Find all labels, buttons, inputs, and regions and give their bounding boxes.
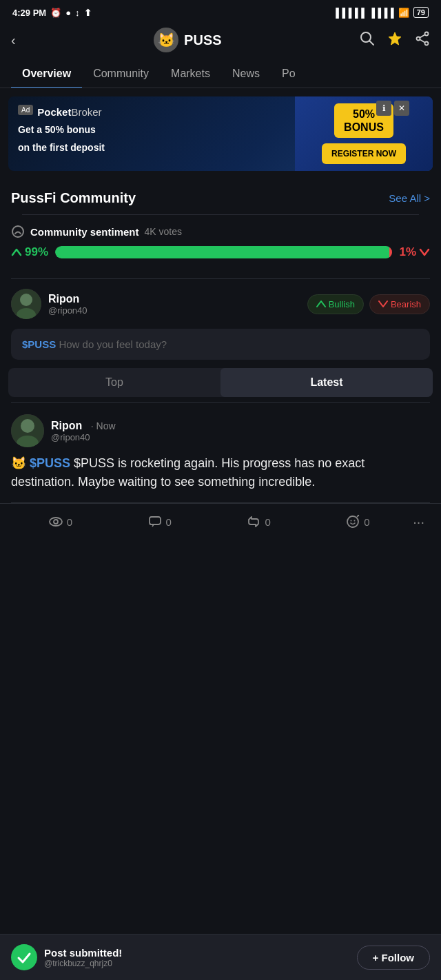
svg-point-16 [54,520,58,524]
ad-close-button[interactable]: ✕ [394,101,409,116]
svg-point-13 [21,419,34,433]
post-username: Ripon [51,420,82,431]
tab-po[interactable]: Po [271,61,307,88]
user-handle: @ripon40 [48,305,88,316]
post-meta: Ripon · Now @ripon40 [51,420,116,442]
post-ticker: $PUSS [22,338,56,350]
search-button[interactable] [360,31,375,50]
sentiment-bar-row: 99% 1% [11,245,430,259]
sentiment-icon [11,225,25,238]
svg-point-20 [354,520,356,522]
post-input[interactable]: $PUSS How do you feel today? [11,329,430,360]
post-emoji: 🐱 [11,456,30,470]
follow-button[interactable]: + Follow [357,946,430,970]
see-all-link[interactable]: See All > [389,192,430,204]
notif-handle: @trickbuzz_qhrjz0 [44,959,122,968]
eye-icon [49,515,63,529]
notif-avatar [11,944,37,970]
views-button[interactable]: 0 [11,511,110,533]
post-ticker-inline: $PUSS [30,456,74,470]
cellular1-icon: ▐▐▐▐▐ [333,8,365,18]
bull-percent: 99% [11,245,48,259]
tab-community[interactable]: Community [82,61,160,88]
username: Ripon [48,293,88,305]
retweet-button[interactable]: 0 [209,511,309,533]
ad-content: Ad PocketBroker Get a 50% bonus on the f… [8,96,295,171]
header-actions [360,31,430,50]
post-avatar [11,414,44,447]
comment-icon [148,515,162,529]
top-toggle[interactable]: Top [8,368,220,397]
ad-text-2: on the first deposit [18,141,285,155]
bearish-button[interactable]: Bearish [369,294,430,314]
ad-badge: Ad [18,105,33,115]
svg-point-3 [424,32,428,35]
svg-line-6 [420,34,425,38]
svg-point-4 [424,41,428,45]
latest-toggle[interactable]: Latest [220,368,433,397]
sentiment-buttons: Bullish Bearish [307,294,430,314]
tab-bar: Overview Community Markets News Po [0,61,441,88]
votes-count: 4K votes [145,226,182,237]
share-button[interactable] [415,31,430,50]
favorite-button[interactable] [387,31,402,50]
post-body: 🐱 $PUSS $PUSS is rocketing again. His pr… [11,454,430,491]
ad-register-btn[interactable]: REGISTER NOW [322,143,406,164]
tab-toggle: Top Latest [8,368,433,397]
battery-indicator: 79 [413,7,429,18]
header: ‹ 🐱 PUSS [0,22,441,61]
svg-line-1 [369,41,373,45]
avatar [11,289,41,319]
tab-news[interactable]: News [221,61,271,88]
header-center: 🐱 PUSS [154,28,221,52]
community-section: PussFi Community See All > Community sen… [0,179,441,278]
sentiment-row: Community sentiment 4K votes [11,225,430,238]
tab-overview[interactable]: Overview [11,61,82,88]
bar-green [55,246,389,258]
ad-text-1: Get a 50% bonus [18,123,285,137]
bullish-icon [316,299,326,309]
upload-icon: ⬆ [84,8,92,18]
alarm-icon: ⏰ [50,8,61,18]
ad-info-button[interactable]: ℹ [376,101,391,116]
retweets-count: 0 [265,516,270,528]
tab-markets[interactable]: Markets [160,61,221,88]
svg-marker-2 [389,32,401,45]
reactions-button[interactable]: 0 [308,511,407,533]
status-right: ▐▐▐▐▐ ▐▐▐▐ 📶 79 [333,7,429,18]
views-count: 0 [67,516,72,528]
reaction-icon [346,515,360,529]
post-time: · Now [91,420,116,431]
post-avatar-img [11,414,44,447]
sync-icon: ↕ [75,8,80,18]
section-header: PussFi Community See All > [11,190,430,206]
svg-point-19 [351,520,352,522]
sentiment-label: Community sentiment [30,226,139,238]
svg-point-10 [20,294,32,306]
ad-banner: Ad PocketBroker Get a 50% bonus on the f… [8,96,433,171]
comments-button[interactable]: 0 [110,511,209,533]
cellular2-icon: ▐▐▐▐ [369,8,394,18]
post-handle: @ripon40 [51,432,116,442]
svg-rect-17 [150,517,161,524]
signal-icon: ● [65,8,71,18]
more-button[interactable]: ··· [407,514,430,530]
time: 4:29 PM [12,8,46,18]
ad-brand: PocketBroker [37,106,101,118]
bar-red [389,246,393,258]
search-icon [360,31,375,46]
token-name: PUSS [184,32,221,48]
svg-point-15 [50,518,62,526]
post-actions: 0 0 0 0 ··· [0,503,441,541]
notif-text-block: Post submitted! @trickbuzz_qhrjz0 [44,947,122,968]
back-button[interactable]: ‹ [11,32,16,48]
reactions-count: 0 [364,516,369,528]
wifi-icon: 📶 [398,8,409,18]
bullish-button[interactable]: Bullish [307,294,364,314]
ad-right: 50% BONUS REGISTER NOW [295,96,433,171]
star-icon [387,31,402,46]
svg-point-18 [347,516,358,527]
bull-arrow-icon [11,247,22,258]
notif-title: Post submitted! [44,947,122,959]
bear-percent: 1% [399,245,430,259]
